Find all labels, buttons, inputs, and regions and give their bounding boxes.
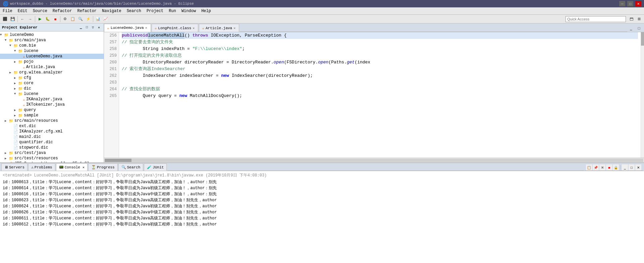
tree-item[interactable]: ▼ 📁 lucene [0,91,104,97]
menu-edit[interactable]: Edit [15,7,30,15]
tree-icon: 📁 [18,92,23,96]
tab-progress-label: Progress [97,165,115,169]
tree-item[interactable]: ▼ 📁 lucene [0,48,104,54]
tab-console-close[interactable]: ✕ [83,165,85,169]
tree-item[interactable]: ▶ 📁 pojo [0,59,104,64]
toolbar-forward-btn[interactable]: → [26,15,34,23]
maximize-button[interactable]: □ [627,1,633,6]
console-output[interactable]: <terminated> LuceneDemo.luceneMatchAll [… [0,171,644,263]
tab-icon-article: ☕ [202,26,204,30]
tab-search[interactable]: 🔍 Search [118,163,144,171]
toolbar-btn-3[interactable]: 🔍 [77,15,84,23]
tree-item[interactable]: ▶ 📁 org.wltea.analyzer [0,70,104,75]
console-stop-btn[interactable]: ■ [606,164,612,170]
console-close-btn2[interactable]: ✕ [635,164,641,170]
tree-icon: 📁 [13,70,18,75]
toolbar-btn-1[interactable]: ⚙ [61,15,69,23]
tree-item[interactable]: ▶ 📁 dic [0,86,104,91]
editor-minimize-btn[interactable]: ⎯ [627,24,635,32]
menu-source[interactable]: Source [30,7,50,15]
tree-item[interactable]: ☕ IKTokenizer.java [0,102,104,107]
console-line: id：1008626，title：学习Lucene，content：好好学习，争… [3,209,641,215]
console-minimize-btn[interactable]: ⎯ [622,164,628,170]
toolbar-btn-4[interactable]: ⚡ [85,15,92,23]
h-scrollbar-track[interactable] [105,159,643,162]
horizontal-scrollbar[interactable] [104,158,644,162]
tree-item[interactable]: 📄 quantifier.dic [0,140,104,145]
toolbar-save-btn[interactable]: 💾 [9,15,16,23]
vertical-scrollbar[interactable] [641,32,644,158]
tab-console[interactable]: 📟 Console ✕ [56,163,88,171]
console-paste-btn[interactable]: 📌 [593,164,599,170]
tab-close-lucenedemo[interactable]: ✕ [145,26,147,30]
tree-item[interactable]: ▶ 📁 src/main/resources [0,118,104,123]
pe-maximize-btn[interactable]: □ [84,25,90,30]
tree-item[interactable]: 📄 main2.dic [0,134,104,140]
tree-icon: 📁 [18,87,23,91]
tree-item[interactable]: ☕ Article.java [0,64,104,70]
toolbar-debug-btn[interactable]: 🐛 [44,15,51,23]
h-scrollbar-thumb[interactable] [105,159,131,162]
tab-lucenedemo[interactable]: ☕ LuceneDemo.java ✕ [104,24,151,32]
tab-close-article[interactable]: ✕ [233,26,235,30]
tab-servers[interactable]: 🖥 Servers [1,163,28,171]
menu-help[interactable]: Help [199,7,214,15]
menu-window[interactable]: Window [179,7,199,15]
toolbar-stop-btn[interactable]: ■ [52,15,59,23]
menu-run[interactable]: Run [166,7,179,15]
tree-item[interactable]: ▶ 📁 query [0,107,104,113]
tree-item[interactable]: ▶ 📁 src/test/java [0,150,104,156]
tree-item[interactable]: ☕ LuceneDemo.java [0,54,104,59]
toolbar-new-btn[interactable]: ⬛ [1,15,9,23]
menu-refactor2[interactable]: Refactor [74,7,99,15]
tree-item[interactable]: 📄 stopword.dic [0,145,104,150]
tab-longpoint[interactable]: ☕ LongPoint.class ✕ [152,24,199,32]
tree-item[interactable]: ▶ 📁 cfg [0,75,104,81]
tree-icon: ☕ [23,97,25,102]
tree-item[interactable]: 📄 ext.dic [0,123,104,129]
tree-item[interactable]: ☕ IKAnalyzer.java [0,97,104,102]
pe-minimize-btn[interactable]: ⎯ [78,25,84,30]
tab-junit[interactable]: 🧪 JUnit [144,163,167,171]
tree-item[interactable]: ▶ 📁 sample [0,113,104,118]
console-scroll-lock-btn[interactable]: 🔒 [613,164,619,170]
console-toolbar-right: 📋 📌 ✖ ■ 🔒 ⎯ □ ✕ [585,164,643,171]
menu-project[interactable]: Project [144,7,166,15]
quick-access-input[interactable] [566,16,626,22]
pe-menu-btn[interactable]: ▽ [90,25,96,30]
toolbar-perspective-btn[interactable]: 🗖 [628,15,635,23]
code-line: // 指定要去查询的文件夹 [122,39,638,46]
tree-item[interactable]: 📄 IKAnalyzer.cfg.xml [0,129,104,134]
close-button[interactable]: ✕ [635,1,641,6]
tree-item[interactable]: ▼ 📁 com.bie [0,43,104,48]
toolbar-btn-5[interactable]: 📊 [94,15,102,23]
toolbar-sep-1 [17,16,18,22]
toolbar-perspective-btn2[interactable]: ⊞ [635,15,643,23]
tree-item[interactable]: ▼ 📁 src/main/java [0,38,104,43]
pe-close-btn[interactable]: ✕ [96,25,102,30]
tree-item[interactable]: ▼ 📁 luceneDemo [0,32,104,38]
tab-close-longpoint[interactable]: ✕ [193,26,195,30]
tree-arrow: ▼ [14,49,18,53]
console-clear-btn[interactable]: ✖ [599,164,605,170]
toolbar-btn-6[interactable]: 📈 [102,15,109,23]
toolbar-btn-2[interactable]: 📋 [69,15,76,23]
menu-navigate[interactable]: Navigate [99,7,124,15]
menu-refactor[interactable]: Refactor [50,7,75,15]
editor-maximize-btn[interactable]: □ [635,24,643,32]
tab-article[interactable]: ☕ Article.java ✕ [199,24,239,32]
minimize-button[interactable]: ─ [619,1,625,6]
bottom-panel: 🖥 Servers ⚠ Problems 📟 Console ✕ ⏳ Progr… [0,162,644,263]
tab-problems[interactable]: ⚠ Problems [28,163,55,171]
console-maximize-btn[interactable]: □ [629,164,635,170]
tree-label: luceneDemo [10,33,34,37]
menu-search[interactable]: Search [124,7,144,15]
tree-item[interactable]: ▶ 📁 src/test/resources [0,156,104,161]
code-content[interactable]: public void luceneMatchAll() throws IOEx… [119,32,641,158]
console-copy-btn[interactable]: 📋 [586,164,592,170]
toolbar-back-btn[interactable]: ← [19,15,26,23]
menu-file[interactable]: File [0,7,15,15]
tree-item[interactable]: ▶ 📁 core [0,81,104,86]
toolbar-run-btn[interactable]: ▶ [36,15,44,23]
tab-progress[interactable]: ⏳ Progress [88,163,118,171]
